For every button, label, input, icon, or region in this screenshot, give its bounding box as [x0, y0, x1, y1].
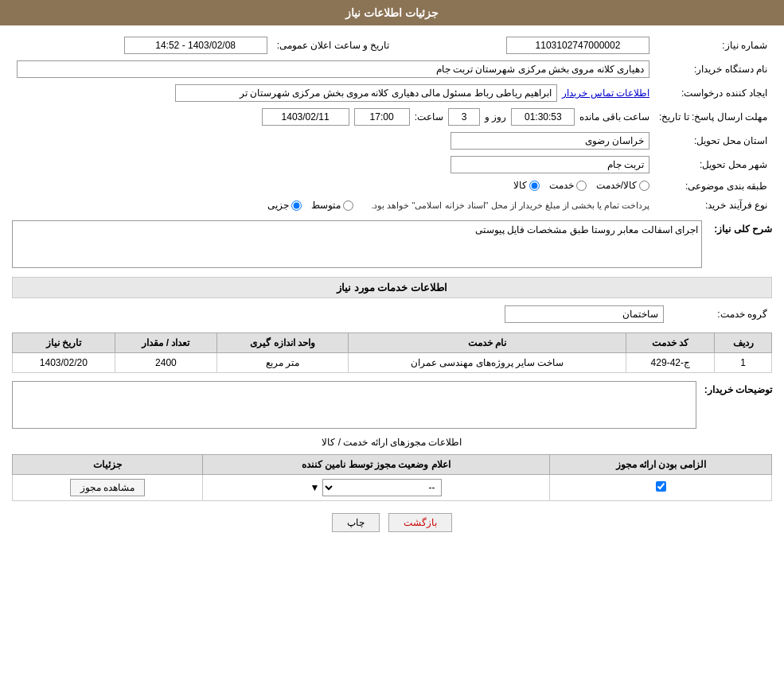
buyer-org-input[interactable] [17, 60, 649, 78]
province-label: استان محل تحویل: [654, 129, 772, 153]
deadline-label: مهلت ارسال پاسخ: تا تاریخ: [654, 105, 772, 129]
announce-date-value [12, 33, 272, 57]
radio-khadamat-input[interactable] [576, 181, 587, 191]
permits-title: اطلاعات مجوزهای ارائه خدمت / کالا [12, 437, 772, 448]
bottom-buttons: بازگشت چاپ [12, 513, 772, 532]
category-label: طبقه بندی موضوعی: [654, 177, 772, 196]
cell-row: 1 [715, 353, 772, 373]
col-code: کد خدمت [626, 333, 715, 353]
city-input[interactable] [451, 156, 649, 173]
col-date: تاریخ نیاز [13, 333, 115, 353]
buyer-org-value [12, 57, 654, 81]
radio-jozyi[interactable]: جزیی [267, 200, 302, 211]
remaining-input[interactable] [511, 108, 575, 126]
requester-input[interactable] [175, 84, 557, 102]
buyer-notes-section: توضیحات خریدار: [12, 381, 772, 429]
purchase-type-label: نوع فرآیند خرید: [654, 196, 772, 215]
city-value [12, 153, 654, 177]
radio-motavaset-label: متوسط [311, 200, 341, 211]
category-row: کالا/خدمت خدمت کالا [12, 177, 654, 196]
radio-motavaset-input[interactable] [343, 200, 353, 211]
announce-date-input[interactable] [124, 37, 267, 54]
requester-label: ایجاد کننده درخواست: [654, 81, 772, 105]
deadline-row: ساعت باقی مانده روز و ساعت: [12, 105, 654, 129]
view-permit-button[interactable]: مشاهده مجوز [70, 479, 145, 496]
need-number-input[interactable] [506, 37, 649, 54]
col-unit: واحد اندازه گیری [217, 333, 349, 353]
days-input[interactable] [448, 108, 480, 126]
purchase-type-row: پرداخت تمام یا بخشی از مبلغ خریدار از مح… [12, 196, 654, 215]
need-desc-section: شرح کلی نیاز: اجرای اسفالت معابر روستا ط… [12, 220, 772, 270]
buyer-notes-textarea[interactable] [12, 381, 696, 429]
contact-link[interactable]: اطلاعات تماس خریدار [562, 87, 649, 99]
buyer-notes-label: توضیحات خریدار: [704, 381, 772, 395]
page-wrapper: جزئیات اطلاعات نیاز شماره نیاز: تاریخ و … [0, 0, 784, 696]
radio-kala-khadamat[interactable]: کالا/خدمت [596, 180, 649, 191]
cell-code: ج-42-429 [626, 353, 715, 373]
radio-jozyi-input[interactable] [291, 200, 302, 211]
service-group-input[interactable] [505, 305, 664, 323]
permits-table: الزامی بودن ارائه مجوز اعلام وضعیت مجوز … [12, 454, 772, 501]
radio-jozyi-label: جزیی [267, 200, 289, 211]
permits-details-cell: مشاهده مجوز [13, 475, 203, 501]
permits-title-text: اطلاعات مجوزهای ارائه خدمت / کالا [322, 437, 462, 448]
page-title: جزئیات اطلاعات نیاز [345, 6, 439, 19]
need-desc-label: شرح کلی نیاز: [708, 220, 772, 235]
radio-kala-label: کالا [513, 180, 527, 191]
print-button[interactable]: چاپ [332, 513, 380, 532]
service-group-label: گروه خدمت: [669, 302, 772, 326]
need-desc-textarea[interactable]: اجرای اسفالت معابر روستا طبق مشخصات فایل… [12, 220, 702, 268]
province-value [12, 129, 654, 153]
purchase-note-text: پرداخت تمام یا بخشی از مبلغ خریدار از مح… [371, 200, 649, 211]
deadline-date-input[interactable] [262, 108, 349, 126]
radio-khadamat[interactable]: خدمت [549, 180, 587, 191]
radio-kala-khadamat-input[interactable] [639, 181, 649, 191]
buyer-org-label: نام دستگاه خریدار: [654, 57, 772, 81]
announce-date-label: تاریخ و ساعت اعلان عمومی: [272, 33, 395, 57]
need-number-label: شماره نیاز: [654, 33, 772, 57]
table-row: 1 ج-42-429 ساخت سایر پروژه‌های مهندسی عم… [13, 353, 772, 373]
services-table: ردیف کد خدمت نام خدمت واحد اندازه گیری ت… [12, 332, 772, 373]
cell-date: 1403/02/20 [13, 353, 115, 373]
radio-motavaset[interactable]: متوسط [311, 200, 353, 211]
province-input[interactable] [451, 132, 649, 150]
radio-kala-khadamat-label: کالا/خدمت [596, 180, 637, 191]
permits-required-cell [550, 475, 772, 501]
service-group-table: گروه خدمت: [12, 302, 772, 326]
cell-unit: متر مربع [217, 353, 349, 373]
city-label: شهر محل تحویل: [654, 153, 772, 177]
service-group-value [12, 302, 669, 326]
remaining-label: ساعت باقی مانده [579, 111, 649, 122]
permits-required-checkbox[interactable] [656, 481, 666, 492]
permits-col-required: الزامی بودن ارائه مجوز [550, 455, 772, 475]
col-row: ردیف [715, 333, 772, 353]
radio-kala-input[interactable] [529, 181, 540, 191]
cell-name: ساخت سایر پروژه‌های مهندسی عمران [348, 353, 626, 373]
cell-quantity: 2400 [115, 353, 217, 373]
radio-khadamat-label: خدمت [549, 180, 574, 191]
radio-kala[interactable]: کالا [513, 180, 540, 191]
col-name: نام خدمت [348, 333, 626, 353]
services-section-title: اطلاعات خدمات مورد نیاز [12, 277, 772, 298]
need-number-value [394, 33, 654, 57]
time-label: ساعت: [415, 111, 443, 122]
info-table: شماره نیاز: تاریخ و ساعت اعلان عمومی: نا… [12, 33, 772, 214]
buyer-notes-row: توضیحات خریدار: [12, 381, 772, 429]
dropdown-icon: ▼ [310, 482, 320, 493]
permits-section: اطلاعات مجوزهای ارائه خدمت / کالا الزامی… [12, 437, 772, 501]
content-area: شماره نیاز: تاریخ و ساعت اعلان عمومی: نا… [0, 25, 784, 552]
permits-col-details: جزئیات [13, 455, 203, 475]
page-header: جزئیات اطلاعات نیاز [0, 0, 784, 25]
requester-value: اطلاعات تماس خریدار [12, 81, 654, 105]
permits-row: -- ▼ مشاهده مجوز [13, 475, 772, 501]
permits-status-select[interactable]: -- [322, 479, 442, 496]
permits-status-cell: -- ▼ [202, 475, 550, 501]
permits-col-status: اعلام وضعیت مجوز توسط نامین کننده [202, 455, 550, 475]
back-button[interactable]: بازگشت [388, 513, 452, 532]
need-desc-content: اجرای اسفالت معابر روستا طبق مشخصات فایل… [12, 220, 702, 270]
days-label: روز و [485, 111, 506, 122]
col-quantity: تعداد / مقدار [115, 333, 217, 353]
time-input[interactable] [354, 108, 410, 126]
